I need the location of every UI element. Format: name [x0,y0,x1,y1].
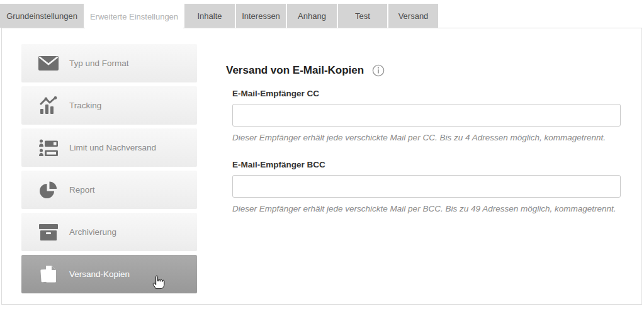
sidebar-item-label: Report [69,185,95,195]
cc-input[interactable] [232,104,621,127]
archive-box-icon [38,223,59,241]
tab-erweiterte-einstellungen[interactable]: Erweiterte Einstellungen [85,4,183,30]
section-title-row: Versand von E-Mail-Kopien [226,64,624,77]
sidebar-item-label: Versand-Kopien [69,269,130,279]
sidebar-item-typ-und-format[interactable]: Typ und Format [21,44,197,82]
bcc-input[interactable] [232,175,621,198]
sidebar-item-report[interactable]: Report [21,171,197,209]
tab-anhang[interactable]: Anhang [287,4,337,28]
versand-kopien-section: Versand von E-Mail-Kopien E-Mail-Empfäng… [226,64,624,231]
sidebar-item-archivierung[interactable]: Archivierung [21,213,197,251]
sidebar-item-label: Typ und Format [69,59,129,68]
settings-sidebar: Typ und Format Tracking [21,44,197,297]
tab-versand[interactable]: Versand [388,4,438,28]
bcc-field-label: E-Mail-Empfänger BCC [232,160,624,169]
cc-field-label: E-Mail-Empfänger CC [232,89,624,98]
tracking-chart-icon [38,96,59,115]
tab-content-panel: Typ und Format Tracking [1,28,642,305]
info-icon[interactable] [372,64,385,77]
bcc-help-text: Dieser Empfänger erhält jede verschickte… [232,204,624,214]
envelope-icon [38,56,59,71]
hand-cursor-pointer [151,273,166,293]
sidebar-item-label: Archivierung [69,227,116,237]
bcc-field-group: E-Mail-Empfänger BCC Dieser Empfänger er… [232,160,624,214]
sidebar-item-versand-kopien[interactable]: Versand-Kopien [21,255,197,293]
sidebar-item-label: Limit und Nachversand [69,143,156,152]
pie-chart-icon [38,181,59,200]
section-title: Versand von E-Mail-Kopien [226,64,364,77]
settings-tab-bar: Grundeinstellungen Erweiterte Einstellun… [0,4,438,30]
tab-inhalte[interactable]: Inhalte [184,4,235,28]
cc-field-group: E-Mail-Empfänger CC Dieser Empfänger erh… [232,89,624,143]
users-limit-icon [38,139,59,157]
copies-icon [38,264,59,284]
sidebar-item-label: Tracking [69,101,101,110]
cc-help-text: Dieser Empfänger erhält jede verschickte… [232,133,624,143]
sidebar-item-limit-und-nachversand[interactable]: Limit und Nachversand [21,128,197,167]
tab-grundeinstellungen[interactable]: Grundeinstellungen [0,4,84,28]
sidebar-item-tracking[interactable]: Tracking [21,86,197,125]
tab-interessen[interactable]: Interessen [236,4,286,28]
tab-test[interactable]: Test [338,4,387,28]
